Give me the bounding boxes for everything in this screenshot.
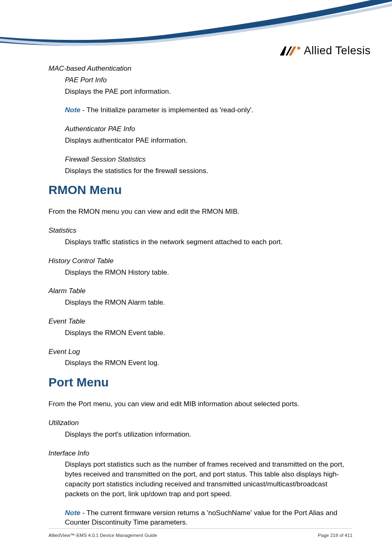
alarm-table-label: Alarm Table	[48, 286, 353, 296]
note-initialize: Note - The Initialize parameter is imple…	[65, 105, 353, 115]
event-log-desc: Displays the RMON Event log.	[65, 358, 353, 368]
statistics-desc: Displays traffic statistics in the netwo…	[65, 237, 353, 247]
note-text: - The Initialize parameter is implemente…	[81, 106, 254, 114]
mac-auth-heading: MAC-based Authentication	[48, 64, 353, 74]
interface-info-label: Interface Info	[48, 449, 353, 458]
rmon-menu-heading: RMON Menu	[48, 181, 353, 199]
brand-logo: Allied Telesis	[280, 43, 371, 59]
brand-name: Allied Telesis	[304, 43, 371, 59]
rmon-intro: From the RMON menu you can view and edit…	[48, 207, 353, 217]
footer-page-number: Page 218 of 411	[318, 532, 353, 539]
note-nosuchname: Note - The current firmware version retu…	[65, 508, 353, 528]
event-log-label: Event Log	[48, 347, 353, 357]
history-control-label: History Control Table	[48, 256, 353, 266]
page-content: MAC-based Authentication PAE Port Info D…	[48, 64, 353, 529]
event-table-label: Event Table	[48, 317, 353, 326]
page-footer: AlliedView™-EMS 4.0.1 Device Management …	[48, 528, 353, 539]
port-intro: From the Port menu, you can view and edi…	[48, 399, 353, 409]
utilization-desc: Displays the port's utilization informat…	[65, 430, 353, 439]
interface-info-desc: Displays port statistics such as the num…	[65, 460, 353, 499]
firewall-session-desc: Displays the statistics for the firewall…	[65, 166, 353, 176]
alarm-table-desc: Displays the RMON Alarm table.	[65, 298, 353, 308]
footer-doc-title: AlliedView™-EMS 4.0.1 Device Management …	[48, 532, 157, 539]
authenticator-pae-desc: Displays authenticator PAE information.	[65, 136, 353, 146]
history-control-desc: Displays the RMON History table.	[65, 268, 353, 278]
note-label-2: Note	[65, 509, 81, 517]
event-table-desc: Displays the RMON Event table.	[65, 328, 353, 338]
svg-point-0	[297, 46, 300, 49]
firewall-session-label: Firewall Session Statistics	[65, 155, 353, 164]
brand-mark-icon	[280, 46, 301, 56]
note-text-2: - The current firmware version returns a…	[65, 509, 337, 527]
note-label: Note	[65, 106, 81, 114]
utilization-label: Utilization	[48, 418, 353, 428]
authenticator-pae-label: Authenticator PAE Info	[65, 124, 353, 134]
pae-port-info-desc: Displays the PAE port information.	[65, 87, 353, 97]
port-menu-heading: Port Menu	[48, 374, 353, 391]
pae-port-info-label: PAE Port Info	[65, 75, 353, 85]
statistics-label: Statistics	[48, 226, 353, 236]
